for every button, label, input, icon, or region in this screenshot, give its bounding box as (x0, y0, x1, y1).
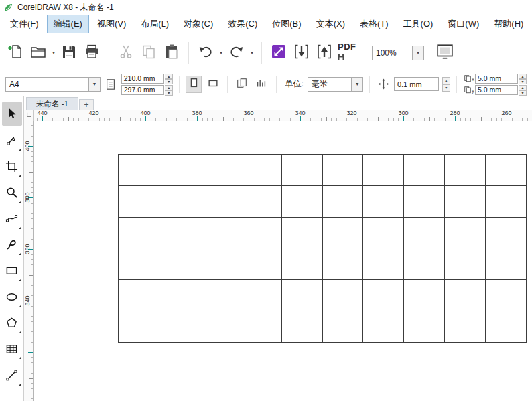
page-size-select[interactable]: A4 ▾ (5, 77, 101, 92)
menu-item-edit[interactable]: 编辑(E) (47, 15, 89, 33)
add-page-tab[interactable]: + (79, 99, 94, 110)
tool-artistic-media[interactable] (2, 232, 22, 256)
table-cell[interactable] (159, 186, 200, 218)
table-cell[interactable] (119, 248, 159, 280)
undo-button[interactable] (194, 39, 217, 66)
table-cell[interactable] (445, 218, 486, 249)
tool-ellipse[interactable] (2, 285, 22, 309)
table-cell[interactable] (282, 155, 323, 186)
table-cell[interactable] (119, 311, 159, 343)
tool-crop[interactable] (2, 154, 22, 178)
table-cell[interactable] (282, 248, 323, 280)
horizontal-ruler[interactable]: 440420400380360340320300280260 (34, 110, 532, 121)
table-cell[interactable] (119, 155, 159, 186)
table-cell[interactable] (282, 186, 323, 218)
table-cell[interactable] (119, 218, 159, 249)
table-cell[interactable] (159, 218, 200, 249)
table-cell[interactable] (323, 248, 364, 280)
table-cell[interactable] (282, 218, 323, 249)
menu-item-effects[interactable]: 效果(C) (221, 15, 264, 33)
open-button[interactable] (27, 39, 50, 66)
table-cell[interactable] (404, 186, 445, 218)
search-content-button[interactable] (267, 39, 290, 66)
tool-freehand[interactable] (2, 206, 22, 230)
save-button[interactable] (58, 39, 80, 66)
table-cell[interactable] (323, 155, 364, 186)
table-cell[interactable] (119, 280, 159, 311)
menu-item-window[interactable]: 窗口(W) (441, 15, 486, 33)
duplicate-y-stepper[interactable]: ▴▾ (519, 85, 527, 95)
nudge-offset-field[interactable]: 0.1 mm (394, 77, 439, 91)
table-cell[interactable] (200, 248, 241, 280)
nudge-offset-stepper[interactable]: ▴▾ (442, 77, 450, 91)
table-cell[interactable] (282, 311, 323, 343)
table-cell[interactable] (159, 311, 200, 343)
table-cell[interactable] (445, 186, 486, 218)
table-cell[interactable] (241, 248, 282, 280)
table-cell[interactable] (363, 218, 404, 249)
table-object[interactable] (118, 154, 527, 343)
menu-item-text[interactable]: 文本(X) (310, 15, 352, 33)
table-cell[interactable] (200, 218, 241, 249)
table-cell[interactable] (200, 280, 241, 311)
zoom-dropdown-icon[interactable]: ▾ (412, 46, 423, 60)
table-cell[interactable] (200, 186, 241, 218)
publish-pdf-button[interactable]: PDF (336, 39, 365, 66)
document-tab[interactable]: 未命名 -1 (26, 97, 78, 110)
page-width-field[interactable]: 210.0 mm (121, 74, 164, 84)
print-button[interactable] (80, 39, 103, 66)
table-cell[interactable] (404, 218, 445, 249)
table-cell[interactable] (404, 248, 445, 280)
fullscreen-preview-button[interactable] (434, 39, 456, 66)
open-dropdown[interactable]: ▾ (50, 39, 58, 66)
page-size-dropdown-icon[interactable]: ▾ (88, 78, 100, 91)
menu-item-bitmaps[interactable]: 位图(B) (265, 15, 308, 33)
table-cell[interactable] (486, 311, 527, 343)
table-cell[interactable] (445, 155, 486, 186)
tool-straight-line[interactable] (2, 363, 22, 387)
tool-polygon[interactable] (2, 311, 22, 335)
table-cell[interactable] (323, 280, 364, 311)
page-height-field[interactable]: 297.0 mm (121, 85, 164, 95)
tool-pick[interactable] (2, 102, 22, 126)
units-select[interactable]: 毫米 ▾ (308, 77, 363, 92)
table-cell[interactable] (404, 155, 445, 186)
import-button[interactable] (290, 39, 313, 66)
table-cell[interactable] (363, 155, 404, 186)
undo-dropdown[interactable]: ▾ (217, 39, 225, 66)
table-cell[interactable] (445, 248, 486, 280)
all-pages-button[interactable] (234, 76, 251, 93)
cut-button[interactable] (115, 39, 137, 66)
tool-shape[interactable] (2, 128, 22, 152)
table-cell[interactable] (241, 218, 282, 249)
table-cell[interactable] (282, 280, 323, 311)
table-cell[interactable] (363, 186, 404, 218)
table-cell[interactable] (486, 218, 527, 249)
table-cell[interactable] (486, 186, 527, 218)
tool-zoom[interactable] (2, 180, 22, 204)
table-cell[interactable] (241, 155, 282, 186)
menu-item-file[interactable]: 文件(F) (3, 15, 46, 33)
current-page-button[interactable] (253, 76, 270, 93)
copy-button[interactable] (137, 39, 160, 66)
portrait-button[interactable] (186, 76, 202, 93)
units-dropdown-icon[interactable]: ▾ (351, 78, 362, 91)
table-cell[interactable] (404, 280, 445, 311)
new-document-button[interactable] (4, 39, 27, 66)
vertical-ruler[interactable]: 400380360340 (24, 121, 34, 401)
table-cell[interactable] (486, 280, 527, 311)
redo-button[interactable] (225, 39, 248, 66)
table-cell[interactable] (241, 280, 282, 311)
table-cell[interactable] (486, 248, 527, 280)
table-cell[interactable] (323, 218, 364, 249)
table-cell[interactable] (404, 311, 445, 343)
table-cell[interactable] (363, 248, 404, 280)
paste-button[interactable] (160, 39, 183, 66)
table-cell[interactable] (200, 155, 241, 186)
menu-item-object[interactable]: 对象(C) (177, 15, 220, 33)
table-cell[interactable] (119, 186, 159, 218)
table-cell[interactable] (445, 280, 486, 311)
table-cell[interactable] (363, 311, 404, 343)
table-cell[interactable] (445, 311, 486, 343)
redo-dropdown[interactable]: ▾ (248, 39, 256, 66)
